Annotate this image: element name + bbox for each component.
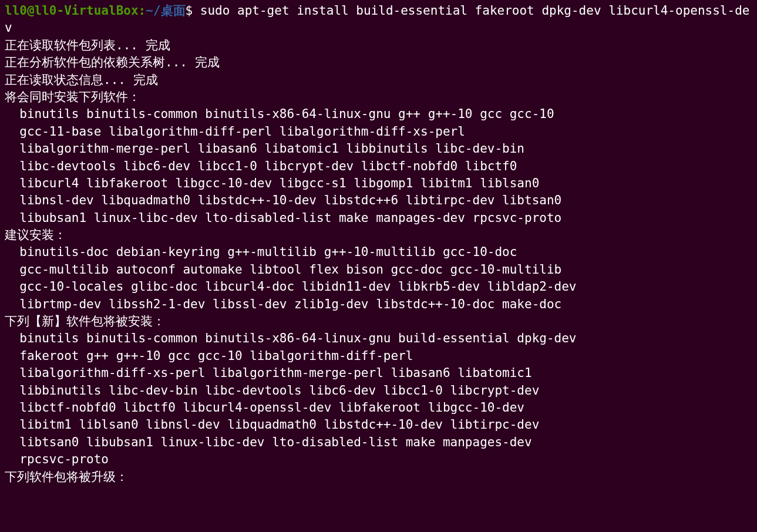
output-suggested-header: 建议安装： — [5, 228, 66, 242]
new-package-line: libitm1 liblsan0 libnsl-dev libquadmath0… — [5, 417, 539, 432]
new-package-line: libalgorithm-diff-xs-perl libalgorithm-m… — [5, 366, 532, 380]
additional-package-line: libc-devtools libc6-dev libcc1-0 libcryp… — [5, 159, 517, 173]
new-package-line: binutils binutils-common binutils-x86-64… — [5, 331, 577, 345]
suggested-package-line: gcc-10-locales glibc-doc libcurl4-doc li… — [5, 280, 577, 294]
output-upgrade-header: 下列软件包将被升级： — [5, 470, 128, 484]
suggested-package-line: gcc-multilib autoconf automake libtool f… — [5, 262, 561, 277]
suggested-package-line: binutils-doc debian-keyring g++-multilib… — [5, 245, 517, 259]
output-reading-state: 正在读取状态信息... 完成 — [5, 73, 158, 87]
new-package-line: libbinutils libc-dev-bin libc-devtools l… — [5, 383, 539, 398]
prompt-user-host: ll0@ll0-VirtualBox — [5, 4, 139, 18]
new-package-line: libctf-nobfd0 libctf0 libcurl4-openssl-d… — [5, 400, 524, 415]
prompt-path: ~/桌面 — [146, 4, 185, 18]
additional-package-line: libubsan1 linux-libc-dev lto-disabled-li… — [5, 211, 561, 225]
prompt-colon: : — [139, 4, 146, 18]
suggested-package-line: librtmp-dev libssh2-1-dev libssl-dev zli… — [5, 297, 561, 311]
new-package-line: libtsan0 libubsan1 linux-libc-dev lto-di… — [5, 435, 532, 449]
new-package-line: fakeroot g++ g++-10 gcc gcc-10 libalgori… — [5, 349, 413, 363]
output-new-header: 下列【新】软件包将被安装： — [5, 314, 165, 328]
additional-package-line: binutils binutils-common binutils-x86-64… — [5, 107, 554, 121]
output-reading-packages: 正在读取软件包列表... 完成 — [5, 38, 170, 52]
additional-package-line: libcurl4 libfakeroot libgcc-10-dev libgc… — [5, 176, 539, 190]
terminal-output[interactable]: ll0@ll0-VirtualBox:~/桌面$ sudo apt-get in… — [5, 2, 752, 486]
additional-package-line: libalgorithm-merge-perl libasan6 libatom… — [5, 142, 524, 156]
output-dependency-tree: 正在分析软件包的依赖关系树... 完成 — [5, 55, 220, 69]
output-additional-header: 将会同时安装下列软件： — [5, 90, 140, 104]
additional-package-line: gcc-11-base libalgorithm-diff-perl libal… — [5, 124, 465, 139]
additional-package-line: libnsl-dev libquadmath0 libstdc++-10-dev… — [5, 193, 561, 207]
prompt-dollar: $ — [186, 4, 200, 18]
new-package-line: rpcsvc-proto — [5, 452, 109, 466]
